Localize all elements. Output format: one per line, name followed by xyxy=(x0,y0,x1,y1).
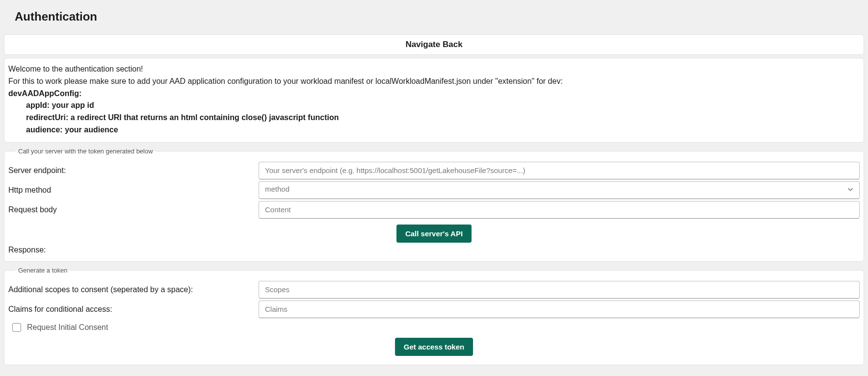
call-server-api-button[interactable]: Call server's API xyxy=(396,225,472,243)
claims-input[interactable] xyxy=(259,301,860,318)
generate-token-section: Generate a token Additional scopes to co… xyxy=(4,267,864,365)
request-initial-consent-label: Request Initial Consent xyxy=(27,323,108,332)
token-section-legend: Generate a token xyxy=(15,267,70,274)
config-header: devAADAppConfig: xyxy=(8,88,860,100)
server-call-section: Call your server with the token generate… xyxy=(4,148,864,262)
claims-label: Claims for conditional access: xyxy=(8,305,259,314)
server-section-legend: Call your server with the token generate… xyxy=(15,148,156,155)
server-endpoint-input[interactable] xyxy=(259,162,860,179)
navigate-back-button[interactable]: Navigate Back xyxy=(4,34,864,55)
config-audience: audience: your audience xyxy=(8,124,860,136)
instruction-text: For this to work please make sure to add… xyxy=(8,75,860,88)
config-redirect-uri: redirectUri: a redirect URI that returns… xyxy=(8,112,860,124)
http-method-select[interactable]: method xyxy=(259,181,860,199)
http-method-label: Http method xyxy=(8,186,259,195)
scopes-label: Additional scopes to consent (seperated … xyxy=(8,285,259,294)
request-body-input[interactable] xyxy=(259,201,860,219)
config-appid: appId: your app id xyxy=(8,100,860,112)
scopes-input[interactable] xyxy=(259,281,860,299)
request-body-label: Request body xyxy=(8,205,259,214)
welcome-text: Welcome to the authentication section! xyxy=(8,63,860,75)
page-title: Authentication xyxy=(0,0,868,31)
request-initial-consent-checkbox[interactable] xyxy=(12,323,21,332)
response-label: Response: xyxy=(8,246,860,254)
server-endpoint-label: Server endpoint: xyxy=(8,166,259,175)
info-panel: Welcome to the authentication section! F… xyxy=(4,58,864,143)
get-access-token-button[interactable]: Get access token xyxy=(395,338,473,356)
